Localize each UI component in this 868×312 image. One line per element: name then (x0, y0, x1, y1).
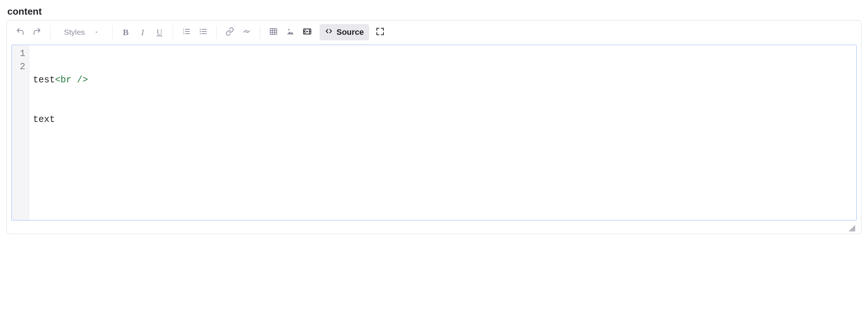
svg-rect-12 (270, 29, 277, 34)
svg-text:3: 3 (183, 32, 184, 35)
ordered-list-icon: 1 2 3 (182, 27, 191, 37)
source-editor[interactable]: 1 2 test<br /> text (11, 45, 857, 220)
line-number: 2 (15, 60, 25, 74)
styles-label: Styles (64, 28, 85, 37)
svg-marker-24 (849, 225, 855, 231)
link-button[interactable] (222, 24, 238, 40)
status-bar (11, 222, 857, 231)
image-icon (286, 27, 295, 37)
chevron-down-icon (94, 28, 99, 37)
redo-button[interactable] (29, 24, 45, 40)
resize-handle[interactable] (849, 225, 855, 231)
separator (216, 26, 217, 39)
underline-icon: U (157, 27, 162, 37)
line-number: 1 (15, 47, 25, 60)
field-label: content (7, 6, 861, 17)
svg-point-11 (200, 33, 201, 34)
separator (112, 26, 113, 39)
maximize-icon (376, 27, 385, 37)
bold-button[interactable]: B (118, 24, 134, 40)
editor: Styles B I U (7, 20, 861, 234)
maximize-button[interactable] (372, 24, 388, 40)
svg-point-9 (200, 29, 201, 30)
undo-button[interactable] (12, 24, 28, 40)
line-gutter: 1 2 (12, 45, 29, 220)
italic-button[interactable]: I (135, 24, 151, 40)
link-icon (225, 27, 234, 37)
source-button[interactable]: Source (320, 24, 369, 40)
code-content[interactable]: test<br /> text (29, 45, 856, 220)
code-line[interactable]: test<br /> (33, 74, 853, 87)
editor-toolbar: Styles B I U (7, 21, 861, 42)
unordered-list-button[interactable] (195, 24, 211, 40)
unlink-button[interactable] (239, 24, 255, 40)
svg-marker-23 (306, 30, 308, 33)
separator (50, 26, 51, 39)
unordered-list-icon (199, 27, 207, 37)
image-button[interactable] (282, 24, 298, 40)
redo-icon (33, 27, 41, 37)
bold-icon: B (123, 27, 129, 37)
separator (173, 26, 173, 39)
table-icon (269, 27, 278, 37)
source-label: Source (336, 27, 364, 37)
code-icon (325, 27, 333, 37)
code-line[interactable]: text (33, 113, 853, 126)
underline-button[interactable]: U (151, 24, 168, 40)
svg-point-17 (288, 29, 290, 30)
media-button[interactable] (299, 24, 315, 40)
unlink-icon (242, 27, 251, 37)
ordered-list-button[interactable]: 1 2 3 (178, 24, 194, 40)
table-button[interactable] (265, 24, 282, 40)
svg-point-10 (200, 31, 201, 32)
styles-dropdown[interactable]: Styles (56, 24, 107, 40)
separator (260, 26, 260, 39)
italic-icon: I (141, 27, 144, 37)
undo-icon (16, 27, 25, 37)
film-icon (303, 27, 312, 37)
